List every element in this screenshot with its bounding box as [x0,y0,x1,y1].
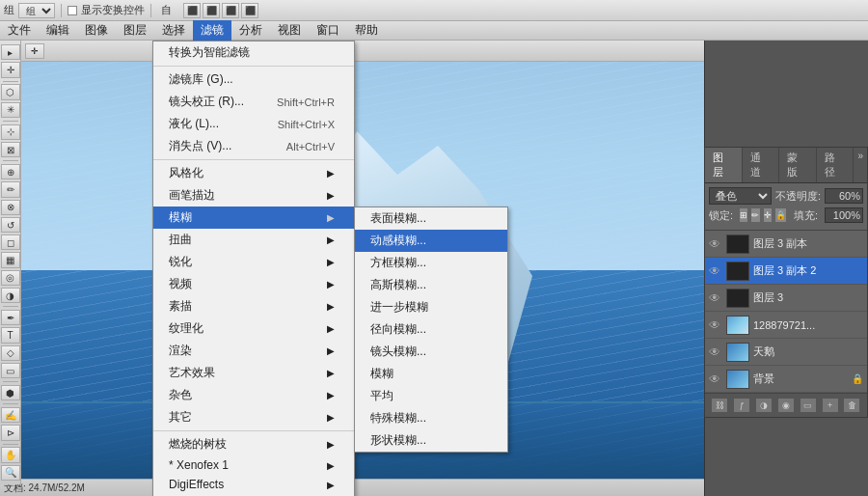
submenu-radial-blur[interactable]: 径向模糊... [355,318,507,341]
dropdown-sketch[interactable]: 素描 ▶ [153,295,354,317]
tool-3d[interactable]: ⬢ [1,385,20,400]
dropdown-render[interactable]: 渲染 ▶ [153,340,354,362]
submenu-motion-blur[interactable]: 动感模糊... [355,230,507,252]
submenu-box-blur[interactable]: 方框模糊... [355,252,507,274]
eye-icon[interactable]: 👁 [709,318,722,332]
lock-all-icon[interactable]: 🔒 [775,208,786,222]
tool-stamp[interactable]: ⊗ [1,200,20,215]
options-tool-icon[interactable]: ✛ [25,43,44,59]
align-center-icon[interactable]: ⬛ [203,3,220,18]
menu-image[interactable]: 图像 [77,20,116,41]
dropdown-stylize[interactable]: 风格化 ▶ [153,162,354,184]
dropdown-digieffects[interactable]: DigiEffects ▶ [153,475,354,494]
dropdown-blur[interactable]: 模糊 ▶ 表面模糊... 动感模糊... 方框模糊... 高斯模糊... 进一步… [153,207,354,229]
eye-icon[interactable]: 👁 [709,345,722,359]
dropdown-distort[interactable]: 扭曲 ▶ [153,229,354,251]
dropdown-noise[interactable]: 杂色 ▶ [153,384,354,406]
dropdown-vanishing[interactable]: 消失点 (V)... Alt+Ctrl+V [153,135,354,157]
new-fill-btn[interactable]: ◉ [777,398,795,413]
fill-input[interactable] [825,207,863,223]
menu-filter[interactable]: 滤镜 [193,20,231,41]
tab-channels[interactable]: 通道 [743,148,780,182]
tool-zoom[interactable]: 🔍 [1,465,20,481]
tool-hand[interactable]: ✋ [1,447,20,462]
tool-heal[interactable]: ⊕ [1,164,20,179]
dropdown-xenofex[interactable]: * Xenofex 1 ▶ [153,455,354,475]
menu-file[interactable]: 文件 [0,20,39,41]
lock-paint-icon[interactable]: ✏ [751,208,759,222]
menu-layer[interactable]: 图层 [116,20,154,41]
menu-edit[interactable]: 编辑 [39,20,77,41]
dropdown-liquify[interactable]: 液化 (L)... Shift+Ctrl+X [153,113,354,135]
blend-mode-select[interactable]: 叠色 正常 溶解 [709,187,772,205]
tool-magic[interactable]: ✳ [1,102,20,118]
lock-transparency-icon[interactable]: ⊞ [740,208,747,222]
dropdown-artistic[interactable]: 艺术效果 ▶ [153,362,354,384]
align-left-icon[interactable]: ⬛ [183,3,201,18]
opacity-input[interactable] [825,188,863,204]
eye-icon[interactable]: 👁 [709,291,722,305]
dropdown-lens-correct[interactable]: 镜头校正 (R)... Shift+Ctrl+R [153,91,354,113]
layer-item[interactable]: 👁 天鹅 [705,339,867,366]
submenu-shape-blur[interactable]: 形状模糊... [355,429,507,452]
submenu-lens-blur[interactable]: 镜头模糊... [355,341,507,363]
add-style-btn[interactable]: ƒ [733,398,750,413]
new-group-btn[interactable]: ▭ [800,398,817,413]
tool-history[interactable]: ↺ [1,217,20,233]
group-select[interactable]: 组 [18,3,55,18]
tab-layers[interactable]: 图层 [705,148,743,182]
tool-gradient[interactable]: ▦ [1,252,20,267]
tool-crop[interactable]: ⊹ [1,124,20,140]
layer-item[interactable]: 👁 图层 3 副本 2 [705,258,867,285]
eye-icon[interactable]: 👁 [709,372,722,386]
dropdown-texture[interactable]: 纹理化 ▶ [153,317,354,340]
tool-dodge[interactable]: ◑ [1,288,20,303]
submenu-smart-blur[interactable]: 特殊模糊... [355,407,507,429]
layer-item[interactable]: 👁 背景 🔒 [705,366,867,393]
menu-analyze[interactable]: 分析 [231,20,270,41]
submenu-blur[interactable]: 模糊 [355,363,507,385]
tool-notes[interactable]: ✍ [1,407,20,423]
tool-pen[interactable]: ✒ [1,310,20,325]
tool-text[interactable]: T [1,327,20,343]
tool-eraser[interactable]: ◻ [1,234,20,250]
tab-masks[interactable]: 蒙版 [779,148,817,182]
add-mask-btn[interactable]: ◑ [755,398,773,413]
lock-move-icon[interactable]: ✛ [764,208,772,222]
menu-window[interactable]: 窗口 [309,20,347,41]
submenu-gaussian-blur[interactable]: 高斯模糊... [355,274,507,296]
tool-move[interactable]: ✛ [1,62,20,77]
dropdown-filter-gallery[interactable]: 滤镜库 (G)... [153,69,354,91]
tool-lasso[interactable]: ⬡ [1,84,20,99]
submenu-average[interactable]: 平均 [355,385,507,407]
dropdown-other[interactable]: 其它 ▶ [153,406,354,428]
tool-eyedrop[interactable]: ⊳ [1,425,20,440]
tool-select[interactable]: ▸ [1,44,20,60]
menu-help[interactable]: 帮助 [347,20,386,41]
submenu-surface-blur[interactable]: 表面模糊... [355,207,507,230]
dropdown-burn-branch[interactable]: 燃烧的树枝 ▶ [153,433,354,455]
dropdown-sharpen[interactable]: 锐化 ▶ [153,251,354,273]
tab-paths[interactable]: 路径 [817,148,854,182]
dropdown-convert-smart[interactable]: 转换为智能滤镜 [153,41,354,64]
align-right-icon[interactable]: ⬛ [222,3,239,18]
submenu-further-blur[interactable]: 进一步模糊 [355,296,507,318]
align-top-icon[interactable]: ⬛ [241,3,258,18]
layer-item[interactable]: 👁 图层 3 副本 [705,231,867,258]
link-layers-btn[interactable]: ⛓ [711,398,728,413]
layer-item[interactable]: 👁 图层 3 [705,285,867,312]
tool-blur[interactable]: ◎ [1,270,20,286]
tool-brush[interactable]: ✏ [1,181,20,197]
layer-item[interactable]: 👁 128879721... [705,312,867,339]
new-layer-btn[interactable]: + [822,398,839,413]
tool-slice[interactable]: ⊠ [1,142,20,157]
menu-view[interactable]: 视图 [270,20,309,41]
tool-shape[interactable]: ▭ [1,363,20,378]
eye-icon[interactable]: 👁 [709,264,722,278]
tool-path[interactable]: ◇ [1,345,20,361]
dropdown-video[interactable]: 视频 ▶ [153,273,354,295]
eye-icon[interactable]: 👁 [709,237,722,251]
dropdown-brush-stroke[interactable]: 画笔描边 ▶ [153,184,354,207]
panel-more-btn[interactable]: » [854,148,867,182]
menu-select[interactable]: 选择 [154,20,193,41]
